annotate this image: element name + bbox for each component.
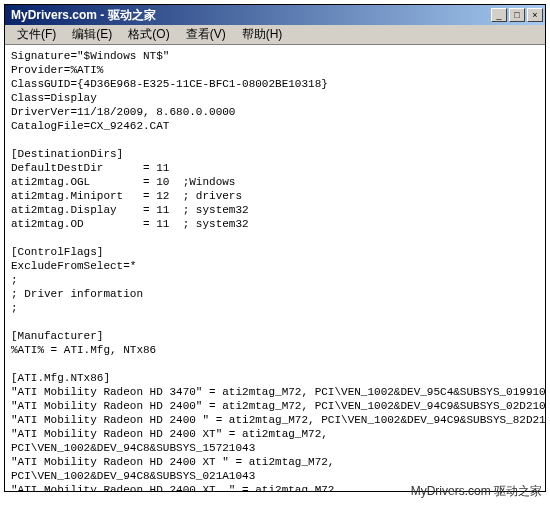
menu-help[interactable]: 帮助(H) [234, 24, 291, 45]
watermark: MyDrivers.com 驱动之家 [411, 483, 542, 500]
maximize-button[interactable]: □ [509, 8, 525, 22]
menu-file[interactable]: 文件(F) [9, 24, 64, 45]
titlebar: MyDrivers.com - 驱动之家 _ □ × [5, 5, 545, 25]
window-title: MyDrivers.com - 驱动之家 [7, 7, 491, 24]
menubar: 文件(F) 编辑(E) 格式(O) 查看(V) 帮助(H) [5, 25, 545, 45]
titlebar-buttons: _ □ × [491, 8, 543, 22]
minimize-button[interactable]: _ [491, 8, 507, 22]
close-button[interactable]: × [527, 8, 543, 22]
notepad-window: MyDrivers.com - 驱动之家 _ □ × 文件(F) 编辑(E) 格… [4, 4, 546, 492]
menu-edit[interactable]: 编辑(E) [64, 24, 120, 45]
menu-view[interactable]: 查看(V) [178, 24, 234, 45]
text-content[interactable]: Signature="$Windows NT$" Provider=%ATI% … [5, 45, 545, 491]
menu-format[interactable]: 格式(O) [120, 24, 177, 45]
